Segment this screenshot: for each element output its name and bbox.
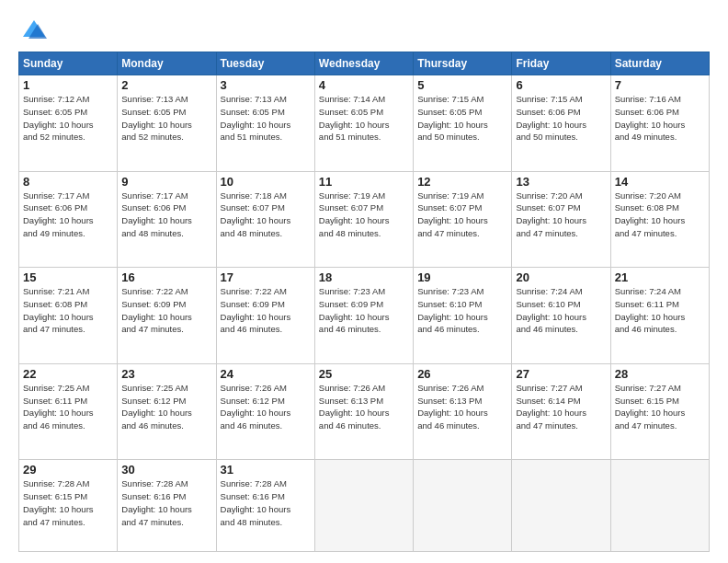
day-info: Sunrise: 7:19 AMSunset: 6:07 PMDaylight:… <box>417 190 507 240</box>
header <box>18 17 710 42</box>
day-info: Sunrise: 7:25 AMSunset: 6:11 PMDaylight:… <box>23 382 113 432</box>
day-info: Sunrise: 7:23 AMSunset: 6:09 PMDaylight:… <box>319 285 409 336</box>
day-header: Sunday <box>19 52 118 75</box>
day-number: 15 <box>23 270 113 284</box>
calendar-day-cell: 27Sunrise: 7:27 AMSunset: 6:14 PMDayligh… <box>512 363 610 460</box>
calendar-day-cell: 9Sunrise: 7:17 AMSunset: 6:06 PMDaylight… <box>118 171 216 268</box>
calendar-day-cell: 16Sunrise: 7:22 AMSunset: 6:09 PMDayligh… <box>118 268 216 364</box>
day-number: 22 <box>23 367 113 381</box>
calendar-week-row: 15Sunrise: 7:21 AMSunset: 6:08 PMDayligh… <box>19 268 710 364</box>
day-number: 7 <box>615 78 705 92</box>
calendar-day-cell: 25Sunrise: 7:26 AMSunset: 6:13 PMDayligh… <box>314 363 413 460</box>
calendar-day-cell: 23Sunrise: 7:25 AMSunset: 6:12 PMDayligh… <box>118 363 216 460</box>
day-number: 27 <box>516 367 606 381</box>
calendar-day-cell: 18Sunrise: 7:23 AMSunset: 6:09 PMDayligh… <box>314 268 413 364</box>
calendar-day-cell: 12Sunrise: 7:19 AMSunset: 6:07 PMDayligh… <box>414 171 512 268</box>
day-header: Thursday <box>414 52 512 75</box>
day-info: Sunrise: 7:24 AMSunset: 6:11 PMDaylight:… <box>615 285 705 336</box>
day-info: Sunrise: 7:13 AMSunset: 6:05 PMDaylight:… <box>121 93 211 144</box>
page: SundayMondayTuesdayWednesdayThursdayFrid… <box>0 0 728 563</box>
day-header: Monday <box>118 52 216 75</box>
day-number: 16 <box>121 270 211 284</box>
day-info: Sunrise: 7:18 AMSunset: 6:07 PMDaylight:… <box>221 190 311 240</box>
day-number: 8 <box>23 175 113 189</box>
calendar-day-cell: 6Sunrise: 7:15 AMSunset: 6:06 PMDaylight… <box>512 75 610 172</box>
day-info: Sunrise: 7:15 AMSunset: 6:06 PMDaylight:… <box>516 93 606 144</box>
day-number: 2 <box>121 78 211 92</box>
logo-icon <box>21 17 47 42</box>
day-header: Saturday <box>610 52 709 75</box>
calendar-day-cell: 11Sunrise: 7:19 AMSunset: 6:07 PMDayligh… <box>314 171 413 268</box>
day-number: 4 <box>319 78 409 92</box>
day-number: 10 <box>221 175 311 189</box>
calendar-week-row: 22Sunrise: 7:25 AMSunset: 6:11 PMDayligh… <box>19 363 710 460</box>
day-number: 18 <box>319 270 409 284</box>
calendar-day-cell: 17Sunrise: 7:22 AMSunset: 6:09 PMDayligh… <box>216 268 314 364</box>
day-number: 28 <box>615 367 705 381</box>
calendar-day-cell <box>610 460 709 552</box>
day-number: 23 <box>121 367 211 381</box>
calendar-day-cell: 24Sunrise: 7:26 AMSunset: 6:12 PMDayligh… <box>216 363 314 460</box>
calendar-day-cell: 20Sunrise: 7:24 AMSunset: 6:10 PMDayligh… <box>512 268 610 364</box>
day-info: Sunrise: 7:17 AMSunset: 6:06 PMDaylight:… <box>121 190 211 240</box>
calendar-day-cell: 8Sunrise: 7:17 AMSunset: 6:06 PMDaylight… <box>19 171 118 268</box>
calendar-day-cell: 2Sunrise: 7:13 AMSunset: 6:05 PMDaylight… <box>118 75 216 172</box>
day-info: Sunrise: 7:23 AMSunset: 6:10 PMDaylight:… <box>417 285 507 336</box>
day-number: 9 <box>121 175 211 189</box>
day-number: 21 <box>615 270 705 284</box>
day-header: Friday <box>512 52 610 75</box>
day-info: Sunrise: 7:28 AMSunset: 6:16 PMDaylight:… <box>221 477 311 528</box>
day-info: Sunrise: 7:20 AMSunset: 6:07 PMDaylight:… <box>516 190 606 240</box>
day-info: Sunrise: 7:26 AMSunset: 6:12 PMDaylight:… <box>221 382 311 432</box>
day-number: 12 <box>417 175 507 189</box>
day-info: Sunrise: 7:22 AMSunset: 6:09 PMDaylight:… <box>221 285 311 336</box>
calendar-day-cell: 31Sunrise: 7:28 AMSunset: 6:16 PMDayligh… <box>216 460 314 552</box>
calendar-day-cell: 22Sunrise: 7:25 AMSunset: 6:11 PMDayligh… <box>19 363 118 460</box>
day-info: Sunrise: 7:25 AMSunset: 6:12 PMDaylight:… <box>121 382 211 432</box>
calendar-day-cell: 30Sunrise: 7:28 AMSunset: 6:16 PMDayligh… <box>118 460 216 552</box>
day-header: Wednesday <box>314 52 413 75</box>
day-info: Sunrise: 7:15 AMSunset: 6:05 PMDaylight:… <box>417 93 507 144</box>
calendar-day-cell <box>512 460 610 552</box>
day-info: Sunrise: 7:27 AMSunset: 6:15 PMDaylight:… <box>615 382 705 432</box>
day-info: Sunrise: 7:28 AMSunset: 6:15 PMDaylight:… <box>23 477 113 528</box>
day-info: Sunrise: 7:28 AMSunset: 6:16 PMDaylight:… <box>121 477 211 528</box>
calendar-day-cell <box>314 460 413 552</box>
day-number: 5 <box>417 78 507 92</box>
day-number: 30 <box>121 463 211 477</box>
calendar-header-row: SundayMondayTuesdayWednesdayThursdayFrid… <box>19 52 710 75</box>
calendar-day-cell: 3Sunrise: 7:13 AMSunset: 6:05 PMDaylight… <box>216 75 314 172</box>
day-info: Sunrise: 7:27 AMSunset: 6:14 PMDaylight:… <box>516 382 606 432</box>
day-number: 29 <box>23 463 113 477</box>
calendar-day-cell: 26Sunrise: 7:26 AMSunset: 6:13 PMDayligh… <box>414 363 512 460</box>
day-info: Sunrise: 7:16 AMSunset: 6:06 PMDaylight:… <box>615 93 705 144</box>
day-number: 14 <box>615 175 705 189</box>
day-number: 20 <box>516 270 606 284</box>
calendar-week-row: 1Sunrise: 7:12 AMSunset: 6:05 PMDaylight… <box>19 75 710 172</box>
day-number: 31 <box>221 463 311 477</box>
day-number: 19 <box>417 270 507 284</box>
day-number: 13 <box>516 175 606 189</box>
day-info: Sunrise: 7:17 AMSunset: 6:06 PMDaylight:… <box>23 190 113 240</box>
day-number: 11 <box>319 175 409 189</box>
day-info: Sunrise: 7:14 AMSunset: 6:05 PMDaylight:… <box>319 93 409 144</box>
day-number: 26 <box>417 367 507 381</box>
day-info: Sunrise: 7:12 AMSunset: 6:05 PMDaylight:… <box>23 93 113 144</box>
day-info: Sunrise: 7:26 AMSunset: 6:13 PMDaylight:… <box>319 382 409 432</box>
calendar-week-row: 8Sunrise: 7:17 AMSunset: 6:06 PMDaylight… <box>19 171 710 268</box>
day-number: 6 <box>516 78 606 92</box>
calendar-day-cell: 1Sunrise: 7:12 AMSunset: 6:05 PMDaylight… <box>19 75 118 172</box>
calendar-week-row: 29Sunrise: 7:28 AMSunset: 6:15 PMDayligh… <box>19 460 710 552</box>
day-info: Sunrise: 7:26 AMSunset: 6:13 PMDaylight:… <box>417 382 507 432</box>
calendar-day-cell: 7Sunrise: 7:16 AMSunset: 6:06 PMDaylight… <box>610 75 709 172</box>
day-info: Sunrise: 7:22 AMSunset: 6:09 PMDaylight:… <box>121 285 211 336</box>
calendar-day-cell: 28Sunrise: 7:27 AMSunset: 6:15 PMDayligh… <box>610 363 709 460</box>
day-number: 24 <box>221 367 311 381</box>
calendar-table: SundayMondayTuesdayWednesdayThursdayFrid… <box>18 52 710 552</box>
calendar-day-cell: 13Sunrise: 7:20 AMSunset: 6:07 PMDayligh… <box>512 171 610 268</box>
calendar-day-cell: 29Sunrise: 7:28 AMSunset: 6:15 PMDayligh… <box>19 460 118 552</box>
day-info: Sunrise: 7:13 AMSunset: 6:05 PMDaylight:… <box>221 93 311 144</box>
calendar-day-cell: 21Sunrise: 7:24 AMSunset: 6:11 PMDayligh… <box>610 268 709 364</box>
calendar-day-cell: 19Sunrise: 7:23 AMSunset: 6:10 PMDayligh… <box>414 268 512 364</box>
day-number: 1 <box>23 78 113 92</box>
